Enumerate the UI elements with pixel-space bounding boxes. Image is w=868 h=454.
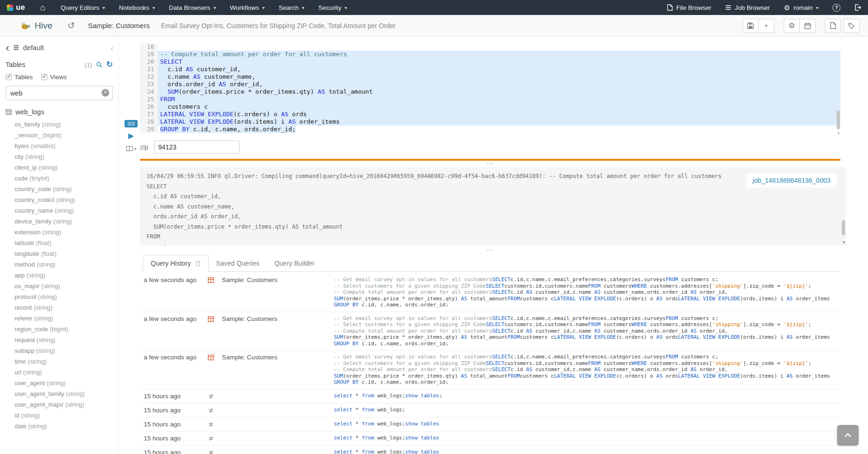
- editor-line[interactable]: 26 customers c: [140, 103, 840, 111]
- nav-data-browsers[interactable]: Data Browsers ▾: [162, 0, 223, 15]
- query-title[interactable]: Sample: Customers: [88, 22, 150, 30]
- resize-handle[interactable]: ⋯: [140, 248, 840, 253]
- history-row[interactable]: 15 hours agoselect * from web_logs;show …: [140, 446, 840, 454]
- column-item[interactable]: date (string): [15, 421, 118, 432]
- editor-line[interactable]: 24 SUM(order_items.price * order_items.q…: [140, 88, 840, 96]
- editor-line[interactable]: 20SELECT: [140, 58, 840, 66]
- resize-handle[interactable]: ⋯: [140, 162, 840, 166]
- save-button[interactable]: [743, 19, 758, 33]
- column-item[interactable]: subapp (string): [15, 345, 118, 356]
- refresh-icon[interactable]: ↻: [106, 61, 113, 68]
- collapse-panel-icon[interactable]: ‹: [110, 45, 114, 51]
- editor-line[interactable]: 29GROUP BY c.id, c.name, ords.order_id;: [140, 126, 840, 133]
- tags-button[interactable]: [844, 19, 860, 33]
- column-item[interactable]: user_agent (string): [15, 378, 118, 388]
- execute-button[interactable]: ▶: [123, 131, 139, 140]
- editor-line[interactable]: 25FROM: [140, 96, 840, 103]
- home-button[interactable]: ⌂: [32, 0, 54, 15]
- nav-notebooks[interactable]: Notebooks ▾: [112, 0, 162, 15]
- column-item[interactable]: _version_ (bigint): [15, 130, 118, 141]
- back-icon[interactable]: ‹: [6, 45, 9, 51]
- nav-security[interactable]: Security ▾: [311, 0, 354, 15]
- column-item[interactable]: longitude (float): [15, 248, 118, 259]
- editor-scrollbar-thumb[interactable]: [837, 111, 840, 129]
- editor-line[interactable]: 21 c.id AS customer_id,: [140, 66, 840, 73]
- hue-logo[interactable]: ue: [0, 0, 32, 15]
- column-item[interactable]: country_code3 (string): [15, 194, 118, 205]
- job-link[interactable]: job_1461888648136_0003: [752, 177, 831, 184]
- column-item[interactable]: client_ip (string): [15, 162, 118, 173]
- sql-token: customers c: [520, 296, 554, 302]
- scroll-to-top-button[interactable]: [837, 425, 859, 446]
- tab-query-builder[interactable]: Query Builder: [267, 255, 322, 271]
- column-item[interactable]: country_code (string): [15, 184, 118, 194]
- column-item[interactable]: record (string): [15, 302, 118, 313]
- history-row[interactable]: 15 hours agoselect * from web_logs;show …: [140, 417, 840, 432]
- column-item[interactable]: id (string): [15, 410, 118, 421]
- session-settings-button[interactable]: ⚙: [784, 19, 800, 33]
- column-item[interactable]: region_code (bigint): [15, 324, 118, 335]
- log-scroll-down-icon[interactable]: ▾: [843, 240, 845, 245]
- new-query-button[interactable]: [825, 19, 841, 33]
- sql-code-editor[interactable]: 1819-- Compute total amount per order fo…: [140, 43, 840, 136]
- column-item[interactable]: country_name (string): [15, 205, 118, 216]
- table-filter-input[interactable]: [6, 86, 113, 100]
- history-row[interactable]: 15 hours agoselect * from web_logs;: [140, 403, 840, 417]
- table-item-web-logs[interactable]: web_logs: [6, 108, 113, 116]
- help-button[interactable]: ?: [825, 0, 847, 15]
- column-item[interactable]: time (string): [15, 356, 118, 367]
- column-item[interactable]: os_major (string): [15, 281, 118, 291]
- schedule-button[interactable]: [800, 19, 816, 33]
- column-item[interactable]: referer (string): [15, 313, 118, 324]
- history-row[interactable]: a few seconds agoSample: Customers-- Get…: [140, 312, 840, 351]
- column-item[interactable]: bytes (smallint): [15, 141, 118, 151]
- editor-scroll-down-icon[interactable]: ▾: [838, 131, 840, 135]
- browse-results-button[interactable]: ▾: [123, 146, 139, 152]
- tables-checkbox[interactable]: Tables: [6, 74, 33, 81]
- nav-query-editors[interactable]: Query Editors ▾: [54, 0, 112, 15]
- logout-button[interactable]: [847, 0, 868, 15]
- history-row[interactable]: 15 hours agoselect * from web_logs;show …: [140, 432, 840, 446]
- nav-file-browser[interactable]: File Browser: [660, 0, 718, 15]
- history-row[interactable]: a few seconds agoSample: Customers-- Get…: [140, 273, 840, 312]
- views-checkbox[interactable]: Views: [41, 74, 67, 81]
- editor-line[interactable]: 27LATERAL VIEW EXPLODE(c.orders) o AS or…: [140, 111, 840, 118]
- column-item[interactable]: code (tinyint): [15, 173, 118, 184]
- editor-line[interactable]: 18: [140, 43, 840, 51]
- code-line: SELECT: [158, 58, 840, 66]
- editor-line[interactable]: 22 c.name AS customer_name,: [140, 73, 840, 81]
- history-row[interactable]: a few seconds agoSample: Customers-- Get…: [140, 350, 840, 389]
- variable-value-input[interactable]: [154, 141, 240, 154]
- query-history-icon[interactable]: ↺: [67, 20, 75, 31]
- column-item[interactable]: user_agent_family (string): [15, 388, 118, 399]
- column-item[interactable]: extension (string): [15, 227, 118, 238]
- nav-search[interactable]: Search ▾: [272, 0, 311, 15]
- column-item[interactable]: request (string): [15, 335, 118, 345]
- nav-user-menu[interactable]: ⚙ romain ▾: [777, 0, 825, 15]
- clear-filter-icon[interactable]: ×: [102, 89, 109, 97]
- column-item[interactable]: city (string): [15, 151, 118, 162]
- column-item[interactable]: protocol (string): [15, 291, 118, 302]
- column-item[interactable]: latitude (float): [15, 238, 118, 248]
- column-item[interactable]: app (string): [15, 270, 118, 281]
- column-item[interactable]: url (string): [15, 367, 118, 378]
- tables-search-button[interactable]: [96, 61, 103, 68]
- tab-saved-queries[interactable]: Saved Queries: [209, 255, 267, 271]
- column-item[interactable]: method (string): [15, 259, 118, 270]
- nav-workflows[interactable]: Workflows ▾: [223, 0, 272, 15]
- history-row[interactable]: 15 hours agoselect * from web_logs;show …: [140, 389, 840, 403]
- column-item[interactable]: os_family (string): [15, 119, 118, 130]
- sql-token: (ords.items) i: [740, 373, 787, 379]
- tab-query-history[interactable]: Query History: [143, 255, 209, 272]
- save-dropdown-button[interactable]: ▾: [758, 19, 774, 33]
- clear-history-trash-icon[interactable]: [195, 260, 201, 267]
- database-row[interactable]: ‹ default ‹: [0, 37, 118, 52]
- sql-token: AS: [594, 289, 600, 295]
- editor-line[interactable]: 28LATERAL VIEW EXPLODE(ords.items) i AS …: [140, 118, 840, 126]
- log-scrollbar-thumb[interactable]: [842, 220, 845, 235]
- editor-line[interactable]: 23 ords.order_id AS order_id,: [140, 81, 840, 88]
- column-item[interactable]: user_agent_major (string): [15, 399, 118, 410]
- nav-job-browser[interactable]: Job Browser: [718, 0, 777, 15]
- column-item[interactable]: device_family (string): [15, 216, 118, 227]
- editor-line[interactable]: 19-- Compute total amount per order for …: [140, 51, 840, 58]
